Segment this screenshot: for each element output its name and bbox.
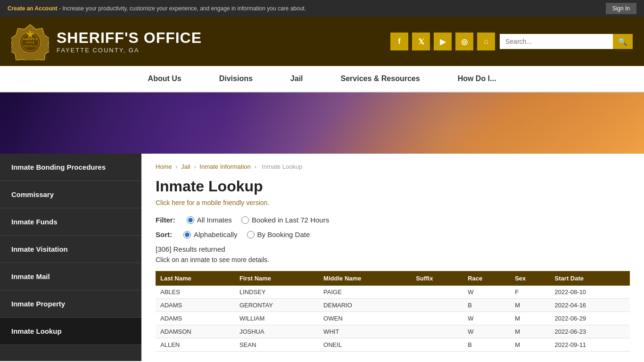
- sidebar-item-inmate-property[interactable]: Inmate Property: [0, 290, 141, 318]
- filter-row: Filter: All Inmates Booked in Last 72 Ho…: [156, 216, 630, 224]
- cell-first-name: GERONTAY: [235, 299, 319, 312]
- top-bar-text: Create an Account - Increase your produc…: [8, 5, 306, 12]
- col-race: Race: [463, 271, 510, 286]
- sort-by-booking-date-label: By Booking Date: [257, 230, 310, 239]
- nav-item-jail[interactable]: Jail: [272, 66, 322, 91]
- youtube-icon[interactable]: ▶: [434, 33, 452, 50]
- breadcrumb-home[interactable]: Home: [156, 163, 172, 170]
- social-icons-group: f 𝕏 ▶ ◎ ⌂: [390, 33, 495, 50]
- mobile-link[interactable]: Click here for a mobile friendly version…: [156, 199, 269, 206]
- facebook-icon[interactable]: f: [390, 33, 408, 50]
- cell-suffix: [411, 299, 463, 312]
- search-container: 🔍: [500, 34, 633, 49]
- cell-start-date: 2022-08-10: [550, 286, 630, 299]
- sort-by-booking-date[interactable]: By Booking Date: [247, 230, 310, 239]
- filter-booked-72[interactable]: Booked in Last 72 Hours: [241, 216, 329, 224]
- nav-item-how-do-i[interactable]: How Do I...: [439, 66, 515, 91]
- cell-start-date: 2022-04-16: [550, 299, 630, 312]
- cell-suffix: [411, 286, 463, 299]
- cell-first-name: JOSHUA: [235, 325, 319, 338]
- cell-last-name: ABLES: [156, 286, 235, 299]
- sort-row: Sort: Alphabetically By Booking Date: [156, 230, 630, 239]
- sheriff-badge-logo: SHERIFF'S OFFICE FAYETTE CO: [11, 23, 49, 60]
- sign-in-button[interactable]: Sign In: [606, 3, 636, 14]
- cell-sex: F: [510, 286, 550, 299]
- breadcrumb-inmate-information[interactable]: Inmate Information: [199, 163, 250, 170]
- breadcrumb: Home › Jail › Inmate Information › Inmat…: [156, 163, 630, 170]
- cell-race: W: [463, 312, 510, 325]
- nav-item-about-us[interactable]: About Us: [129, 66, 200, 91]
- cell-race: W: [463, 286, 510, 299]
- results-count: [306] Results returned: [156, 245, 630, 253]
- cell-race: W: [463, 325, 510, 338]
- filter-label: Filter:: [156, 216, 175, 224]
- sidebar-item-inmate-bonding-procedures[interactable]: Inmate Bonding Procedures: [0, 154, 141, 181]
- cell-suffix: [411, 325, 463, 338]
- results-hint: Click on an inmate to see more details.: [156, 256, 630, 263]
- inmate-table: Last Name First Name Middle Name Suffix …: [156, 271, 630, 352]
- nav-item-services-resources[interactable]: Services & Resources: [322, 66, 439, 91]
- cell-start-date: 2022-06-23: [550, 325, 630, 338]
- top-bar: Create an Account - Increase your produc…: [0, 0, 644, 17]
- col-middle-name: Middle Name: [319, 271, 411, 286]
- svg-text:OFFICE: OFFICE: [26, 41, 35, 44]
- sort-by-booking-date-radio[interactable]: [247, 231, 255, 239]
- header-title: SHERIFF'S OFFICE FAYETTE COUNTY, GA: [57, 29, 202, 54]
- content-wrapper: Inmate Bonding Procedures Commissary Inm…: [0, 154, 644, 361]
- sidebar: Inmate Bonding Procedures Commissary Inm…: [0, 154, 141, 361]
- cell-race: B: [463, 338, 510, 352]
- cell-suffix: [411, 312, 463, 325]
- col-first-name: First Name: [235, 271, 319, 286]
- nav-item-divisions[interactable]: Divisions: [200, 66, 272, 91]
- col-start-date: Start Date: [550, 271, 630, 286]
- sidebar-item-inmate-visitation[interactable]: Inmate Visitation: [0, 236, 141, 263]
- header-left: SHERIFF'S OFFICE FAYETTE CO SHERIFF'S OF…: [11, 23, 202, 60]
- filter-all-inmates-radio[interactable]: [187, 216, 194, 224]
- cell-middle-name: PAIGE: [319, 286, 411, 299]
- create-account-link[interactable]: Create an Account: [8, 5, 58, 12]
- filter-all-inmates-label: All Inmates: [197, 216, 232, 224]
- svg-text:FAYETTE CO: FAYETTE CO: [24, 45, 37, 48]
- breadcrumb-current: Inmate Lookup: [262, 163, 302, 170]
- sort-label: Sort:: [156, 230, 172, 239]
- breadcrumb-separator-1: ›: [175, 163, 179, 170]
- cell-sex: M: [510, 312, 550, 325]
- cell-sex: M: [510, 338, 550, 352]
- sort-alphabetically-radio[interactable]: [183, 231, 191, 239]
- sidebar-item-inmate-mail[interactable]: Inmate Mail: [0, 263, 141, 290]
- site-header: SHERIFF'S OFFICE FAYETTE CO SHERIFF'S OF…: [0, 17, 644, 66]
- breadcrumb-separator-2: ›: [194, 163, 198, 170]
- page-title: Inmate Lookup: [156, 178, 630, 195]
- site-subtitle: FAYETTE COUNTY, GA: [57, 47, 202, 54]
- sidebar-item-commissary[interactable]: Commissary: [0, 181, 141, 208]
- cell-middle-name: DEMARIO: [319, 299, 411, 312]
- site-name: SHERIFF'S OFFICE: [57, 29, 202, 47]
- cell-sex: M: [510, 299, 550, 312]
- search-input[interactable]: [500, 34, 613, 49]
- table-row[interactable]: ADAMS GERONTAY DEMARIO B M 2022-04-16: [156, 299, 630, 312]
- twitter-icon[interactable]: 𝕏: [412, 33, 430, 50]
- table-header-row: Last Name First Name Middle Name Suffix …: [156, 271, 630, 286]
- breadcrumb-jail[interactable]: Jail: [181, 163, 190, 170]
- hero-banner: [0, 92, 644, 154]
- filter-all-inmates[interactable]: All Inmates: [187, 216, 232, 224]
- home-icon[interactable]: ⌂: [477, 33, 495, 50]
- cell-first-name: WILLIAM: [235, 312, 319, 325]
- instagram-icon[interactable]: ◎: [455, 33, 473, 50]
- search-button[interactable]: 🔍: [613, 34, 633, 49]
- cell-race: B: [463, 299, 510, 312]
- table-row[interactable]: ADAMSON JOSHUA WHIT W M 2022-06-23: [156, 325, 630, 338]
- cell-sex: M: [510, 325, 550, 338]
- cell-suffix: [411, 338, 463, 352]
- table-row[interactable]: ABLES LINDSEY PAIGE W F 2022-08-10: [156, 286, 630, 299]
- sort-alphabetically[interactable]: Alphabetically: [183, 230, 238, 239]
- cell-start-date: 2022-06-29: [550, 312, 630, 325]
- filter-booked-72-radio[interactable]: [241, 216, 249, 224]
- table-row[interactable]: ADAMS WILLIAM OWEN W M 2022-06-29: [156, 312, 630, 325]
- table-row[interactable]: ALLEN SEAN ONEIL B M 2022-09-11: [156, 338, 630, 352]
- sidebar-item-inmate-lookup[interactable]: Inmate Lookup: [0, 318, 141, 345]
- main-nav: About Us Divisions Jail Services & Resou…: [0, 66, 644, 92]
- col-suffix: Suffix: [411, 271, 463, 286]
- sidebar-item-inmate-funds[interactable]: Inmate Funds: [0, 208, 141, 236]
- cell-first-name: LINDSEY: [235, 286, 319, 299]
